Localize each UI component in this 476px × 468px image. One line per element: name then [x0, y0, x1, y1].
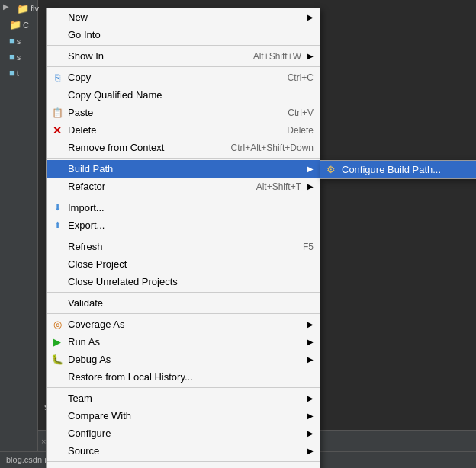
menu-item-properties[interactable]: Properties Alt+Enter [47, 463, 320, 468]
menu-shortcut-delete: Delete [287, 125, 314, 136]
menu-item-configure-build-path[interactable]: ⚙ Configure Build Path... [320, 161, 476, 178]
menu-arrow-coverage: ▶ [307, 320, 314, 329]
menu-item-new[interactable]: New ▶ [47, 8, 320, 26]
menu-item-close-project[interactable]: Close Project [47, 255, 320, 273]
menu-label-show-in: Show In [68, 50, 238, 62]
sidebar-label-s1: s [17, 37, 21, 46]
menu-item-show-in[interactable]: Show In Alt+Shift+W ▶ [47, 47, 320, 65]
separator-3 [47, 158, 320, 159]
context-menu: New ▶ Go Into Show In Alt+Shift+W ▶ ⎘ Co… [46, 8, 320, 468]
build-path-submenu: ⚙ Configure Build Path... [320, 160, 476, 179]
separator-1 [47, 45, 320, 46]
menu-arrow-run: ▶ [307, 338, 314, 346]
menu-label-import: Import... [68, 202, 314, 213]
sidebar-label-s2: s [17, 53, 21, 62]
menu-label-export: Export... [68, 220, 314, 231]
menu-arrow-new: ▶ [307, 13, 314, 21]
menu-arrow-show-in: ▶ [307, 52, 314, 60]
menu-label-refactor: Refactor [68, 181, 241, 192]
separator-9 [47, 461, 320, 462]
menu-shortcut-refactor: Alt+Shift+T [256, 181, 301, 192]
sidebar-item-s1[interactable]: ■ s [0, 33, 37, 49]
sidebar-label-c: C [23, 21, 29, 30]
menu-label-debug-as: Debug As [68, 354, 301, 365]
folder-icon-2: 📁 [9, 19, 21, 30]
menu-arrow-refactor: ▶ [307, 182, 314, 191]
separator-2 [47, 66, 320, 67]
folder-arrow-icon: ▶ [3, 2, 15, 14]
menu-item-source[interactable]: Source ▶ [47, 442, 320, 460]
menu-arrow-source: ▶ [307, 447, 314, 455]
menu-label-copy: Copy [68, 72, 272, 83]
menu-arrow-build-path: ▶ [307, 165, 314, 173]
menu-item-refresh[interactable]: Refresh F5 [47, 238, 320, 255]
menu-arrow-configure: ▶ [307, 429, 314, 438]
separator-8 [47, 387, 320, 388]
menu-item-delete[interactable]: ✕ Delete Delete [47, 121, 320, 139]
menu-item-team[interactable]: Team ▶ [47, 389, 320, 407]
project-sidebar: ▶ 📁 flv 📁 C ■ s ■ s ■ t [0, 0, 38, 468]
menu-item-remove-context[interactable]: Remove from Context Ctrl+Alt+Shift+Down [47, 139, 320, 156]
menu-item-close-unrelated[interactable]: Close Unrelated Projects [47, 273, 320, 290]
sidebar-item-t[interactable]: ■ t [0, 65, 37, 81]
menu-item-import[interactable]: ⬇ Import... [47, 199, 320, 216]
sidebar-label-flv: flv [31, 4, 39, 13]
folder-icon: 📁 [17, 3, 29, 14]
menu-arrow-debug: ▶ [307, 355, 314, 364]
copy-icon: ⎘ [51, 72, 63, 84]
menu-item-paste[interactable]: 📋 Paste Ctrl+V [47, 104, 320, 121]
menu-label-copy-qualified: Copy Qualified Name [68, 89, 314, 101]
menu-item-configure[interactable]: Configure ▶ [47, 425, 320, 442]
menu-item-restore-history[interactable]: Restore from Local History... [47, 368, 320, 386]
menu-item-run-as[interactable]: ▶ Run As ▶ [47, 333, 320, 351]
menu-arrow-compare: ▶ [307, 412, 314, 420]
menu-shortcut-refresh: F5 [303, 242, 314, 252]
menu-arrow-team: ▶ [307, 394, 314, 402]
menu-label-restore-history: Restore from Local History... [68, 371, 314, 383]
buildpath-icon: ⚙ [325, 164, 337, 176]
menu-label-coverage-as: Coverage As [68, 319, 301, 330]
menu-shortcut-copy: Ctrl+C [288, 72, 314, 83]
file-icon-t: ■ [9, 67, 15, 79]
menu-label-close-unrelated: Close Unrelated Projects [68, 276, 314, 287]
file-icon-s2: ■ [9, 51, 15, 63]
file-icon-s1: ■ [9, 35, 15, 46]
menu-item-copy-qualified[interactable]: Copy Qualified Name [47, 86, 320, 104]
menu-label-remove-context: Remove from Context [68, 142, 216, 153]
menu-label-refresh: Refresh [68, 241, 288, 252]
sidebar-item-flv[interactable]: ▶ 📁 flv [0, 0, 37, 17]
menu-item-debug-as[interactable]: 🐛 Debug As ▶ [47, 351, 320, 368]
menu-item-copy[interactable]: ⎘ Copy Ctrl+C [47, 69, 320, 86]
run-icon: ▶ [51, 336, 63, 348]
import-icon: ⬇ [51, 202, 63, 214]
menu-label-compare-with: Compare With [68, 410, 301, 422]
menu-shortcut-show-in: Alt+Shift+W [253, 51, 301, 62]
menu-shortcut-remove-context: Ctrl+Alt+Shift+Down [231, 143, 314, 153]
menu-item-export[interactable]: ⬆ Export... [47, 216, 320, 234]
menu-item-build-path[interactable]: Build Path ▶ ⚙ Configure Build Path... [47, 160, 320, 178]
menu-item-go-into[interactable]: Go Into [47, 26, 320, 43]
separator-7 [47, 313, 320, 314]
delete-icon: ✕ [51, 124, 63, 136]
sidebar-item-s2[interactable]: ■ s [0, 49, 37, 65]
menu-label-go-into: Go Into [68, 29, 314, 40]
sidebar-label-t: t [17, 69, 19, 78]
separator-6 [47, 292, 320, 293]
menu-label-configure-build-path: Configure Build Path... [342, 164, 441, 175]
menu-label-delete: Delete [68, 124, 272, 136]
menu-item-refactor[interactable]: Refactor Alt+Shift+T ▶ [47, 178, 320, 195]
menu-label-configure: Configure [68, 428, 301, 439]
menu-label-paste: Paste [68, 107, 272, 118]
menu-label-new: New [68, 11, 301, 23]
sidebar-item-c[interactable]: 📁 C [0, 17, 37, 33]
menu-label-run-as: Run As [68, 336, 301, 348]
menu-label-team: Team [68, 393, 301, 404]
menu-label-source: Source [68, 445, 301, 457]
menu-label-validate: Validate [68, 297, 314, 309]
coverage-icon: ◎ [51, 319, 63, 331]
paste-icon: 📋 [51, 107, 63, 119]
menu-item-validate[interactable]: Validate [47, 294, 320, 312]
debug-icon: 🐛 [51, 354, 63, 366]
menu-item-compare-with[interactable]: Compare With ▶ [47, 407, 320, 425]
menu-item-coverage-as[interactable]: ◎ Coverage As ▶ [47, 316, 320, 333]
